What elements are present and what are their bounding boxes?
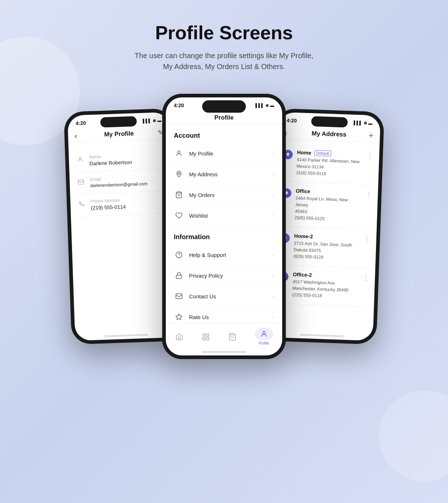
addr-menu-home[interactable]: ⋮ [367, 152, 373, 160]
status-icons-right: ▌▌▌ ⊛ ▬ [353, 120, 372, 126]
home-tab-icon [175, 332, 183, 341]
battery-icon-r: ▬ [368, 121, 372, 125]
svg-rect-14 [203, 338, 205, 340]
home-bar-center [202, 351, 246, 353]
profile-tab-label: Profile [259, 341, 269, 345]
person-icon-menu [174, 148, 184, 158]
addr-info-home2: Home-2 2715 Ash Dr. San Jose, South Dako… [293, 233, 360, 262]
menu-label-wishlist: Wishlist [189, 213, 267, 219]
center-phone-screen: 4:20 ▌▌▌ ⊛ ▬ Profile Account [166, 97, 282, 355]
dynamic-island-center [202, 100, 246, 113]
info-section-header: Information [166, 226, 282, 245]
signal-icon-r: ▌▌▌ [353, 121, 362, 125]
profile-form: Name Darlene Robertson Email [68, 139, 177, 333]
left-phone-screen: 4:20 ▌▌▌ ⊛ ▬ ‹ My Profile ✎ [67, 112, 177, 341]
menu-item-rateus[interactable]: Rate Us › [166, 307, 282, 323]
center-screen-content: Account My Profile › [166, 125, 282, 323]
addr-info-office: Office 2464 Royal Ln. Mesa, New Jersey 4… [295, 188, 361, 223]
wifi-icon-r: ⊛ [364, 121, 367, 125]
dynamic-island-right [311, 116, 348, 127]
name-field: Name Darlene Robertson [76, 147, 164, 172]
star-icon-menu [174, 312, 184, 322]
addr-info-office2: Office-2 4517 Washington Ave. Manchester… [292, 271, 358, 300]
add-icon-right[interactable]: + [368, 131, 373, 140]
home-bar-left [104, 334, 148, 337]
address-item-office: Office 2464 Royal Ln. Mesa, New Jersey 4… [281, 182, 372, 230]
svg-rect-12 [203, 334, 205, 336]
svg-point-0 [79, 157, 81, 160]
wifi-icon: ⊛ [153, 118, 156, 123]
help-icon-menu [174, 250, 184, 260]
menu-item-helpsupport[interactable]: Help & Support › [166, 245, 282, 265]
svg-rect-1 [78, 180, 84, 185]
profile-tab-bg [255, 328, 273, 340]
addr-title-office: Office [296, 188, 310, 194]
menu-label-myorders: My Orders [189, 192, 267, 198]
chevron-privacy: › [272, 273, 274, 278]
menu-item-contactus[interactable]: Contact Us › [166, 286, 282, 307]
email-field: Email darlenerobertson@gmail.com [77, 169, 165, 194]
menu-item-myprofile[interactable]: My Profile › [166, 143, 282, 164]
tab-bag[interactable] [225, 331, 239, 342]
right-phone-screen: 4:20 ▌▌▌ ⊛ ▬ ‹ My Address + [271, 112, 380, 341]
dynamic-island-left [100, 116, 137, 127]
name-field-info: Name Darlene Robertson [89, 152, 164, 166]
heart-icon-menu [174, 210, 184, 221]
addr-title-office2: Office-2 [293, 271, 312, 278]
phone-field-info: Phone Number (219) 555-0114 [91, 196, 165, 211]
svg-point-2 [178, 151, 180, 153]
chevron-contactus: › [272, 293, 274, 299]
addr-menu-home2[interactable]: ⋮ [364, 236, 371, 244]
tab-grid[interactable] [199, 331, 213, 342]
addr-title-home: Home [297, 149, 311, 156]
addr-text-home: 4140 Parker Rd. Allentown, New Mexico 31… [296, 156, 363, 178]
battery-icon: ▬ [157, 118, 161, 122]
addr-text-office2: 4517 Washington Ave. Manchester, Kentuck… [292, 278, 358, 300]
addr-menu-office[interactable]: ⋮ [365, 190, 372, 199]
svg-marker-9 [176, 314, 182, 320]
status-time-left: 4:20 [76, 120, 86, 126]
nav-title-right: My Address [312, 130, 347, 138]
nav-title-left: My Profile [104, 130, 134, 138]
right-screen-content: Home Default 4140 Parker Rd. Allentown, … [271, 139, 380, 333]
page-header: Profile Screens The user can change the … [129, 22, 319, 72]
phone-field: Phone Number (219) 555-0114 [77, 191, 165, 217]
tab-home[interactable] [172, 331, 186, 342]
svg-point-3 [178, 173, 180, 174]
phone-value: (219) 555-0114 [91, 202, 165, 211]
status-time-center: 4:20 [174, 102, 184, 108]
addr-title-row-home2: Home-2 [294, 233, 360, 241]
addr-menu-office2[interactable]: ⋮ [363, 274, 369, 282]
signal-icon-c: ▌▌▌ [256, 103, 264, 108]
menu-item-myaddress[interactable]: My Address › [166, 164, 282, 185]
menu-label-myprofile: My Profile [189, 150, 267, 157]
back-button-left[interactable]: ‹ [75, 132, 77, 140]
profile-main: Account My Profile › [166, 125, 282, 323]
address-item-office2: Office-2 4517 Washington Ave. Manchester… [278, 265, 370, 307]
tab-bar: Profile [166, 323, 282, 348]
location-icon-menu [174, 169, 184, 179]
left-screen-content: Name Darlene Robertson Email [68, 139, 177, 333]
menu-item-wishlist[interactable]: Wishlist › [166, 205, 282, 226]
bag-icon-menu [174, 190, 184, 200]
email-icon-menu [174, 291, 184, 301]
addr-text-office: 2464 Royal Ln. Mesa, New Jersey 45463 (5… [295, 195, 361, 223]
chevron-myaddress: › [272, 171, 274, 177]
email-icon [77, 178, 85, 186]
menu-item-myorders[interactable]: My Orders › [166, 185, 282, 205]
menu-item-privacy[interactable]: Privacy Policy › [166, 265, 282, 286]
lock-icon-menu [174, 270, 184, 281]
menu-label-contactus: Contact Us [189, 293, 267, 299]
chevron-wishlist: › [272, 213, 274, 218]
account-section-header: Account [166, 125, 282, 143]
svg-point-17 [263, 331, 265, 334]
name-value: Darlene Robertson [89, 158, 164, 166]
menu-label-privacy: Privacy Policy [189, 273, 267, 279]
menu-label-rateus: Rate Us [189, 314, 267, 320]
tab-profile[interactable]: Profile [252, 327, 276, 346]
status-icons-center: ▌▌▌ ⊛ ▬ [256, 103, 274, 108]
email-field-info: Email darlenerobertson@gmail.com [90, 174, 164, 188]
address-list: Home Default 4140 Parker Rd. Allentown, … [271, 139, 380, 333]
status-icons-left: ▌▌▌ ⊛ ▬ [143, 118, 161, 124]
address-item-home2: Home-2 2715 Ash Dr. San Jose, South Dako… [279, 227, 371, 269]
